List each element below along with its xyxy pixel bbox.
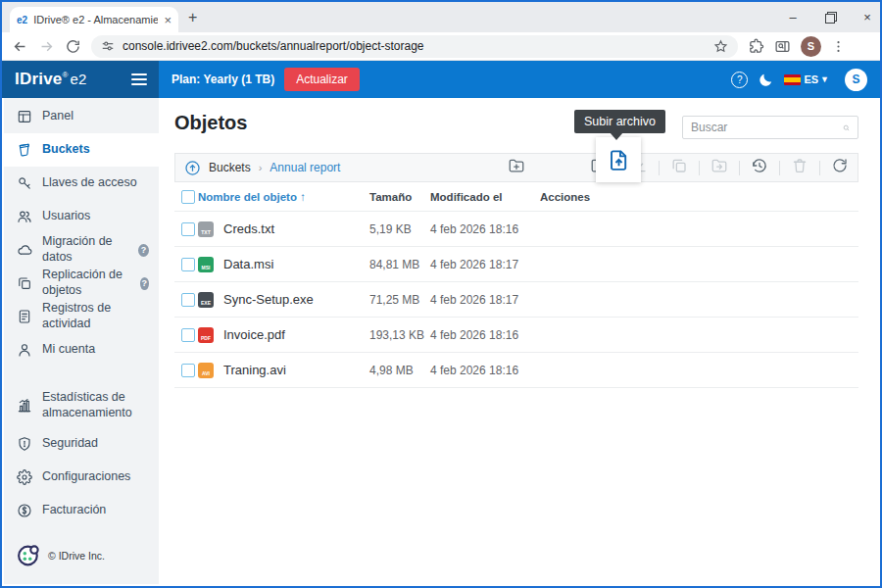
objects-table: Nombre del objeto ↑ Tamaño Modificado el…	[174, 182, 858, 388]
forward-icon[interactable]	[38, 38, 55, 55]
sidebar-item-label: Usuarios	[42, 209, 90, 224]
table-row[interactable]: MSIData.msi84,81 MB4 feb 2026 18:17	[174, 247, 858, 282]
sidebar-item-migracion-de-datos[interactable]: Migración de datos?	[4, 233, 159, 267]
sidebar-item-facturacion[interactable]: Facturación	[4, 494, 159, 527]
sidebar-item-registros-de-actividad[interactable]: Registros de actividad	[4, 300, 159, 333]
refresh-icon	[831, 157, 849, 174]
toolbar-separator	[779, 161, 780, 175]
upload-file-button[interactable]	[596, 137, 641, 182]
logs-icon	[17, 309, 32, 324]
move-button[interactable]	[710, 157, 728, 178]
restore-button[interactable]	[751, 157, 768, 178]
sidebar-item-label: Mi cuenta	[42, 342, 95, 358]
select-all-checkbox[interactable]	[181, 190, 195, 204]
table-row[interactable]: PDFInvoice.pdf193,13 KB4 feb 2026 18:16	[174, 318, 858, 353]
browser-menu-icon[interactable]	[831, 38, 846, 55]
object-modified: 4 feb 2026 18:16	[430, 222, 540, 236]
search-input[interactable]	[691, 121, 843, 134]
object-name[interactable]: Sync-Setup.exe	[223, 292, 314, 307]
search-icon	[843, 122, 850, 134]
help-badge-icon[interactable]: ?	[140, 277, 149, 290]
sidebar-item-mi-cuenta[interactable]: Mi cuenta	[4, 333, 159, 367]
row-checkbox[interactable]	[181, 364, 195, 377]
new-tab-button[interactable]: +	[188, 10, 197, 25]
sidebar-item-configuraciones[interactable]: Configuraciones	[4, 461, 159, 494]
sidebar-item-label: Replicación de objetos	[42, 268, 130, 298]
reload-icon[interactable]	[65, 38, 81, 55]
side-panel-search-icon[interactable]	[774, 38, 791, 55]
object-name[interactable]: Invoice.pdf	[223, 327, 285, 342]
file-type-icon: PDF	[198, 327, 214, 343]
object-size: 4,98 MB	[369, 364, 430, 377]
column-header-size[interactable]: Tamaño	[369, 191, 430, 203]
shield-icon	[17, 436, 32, 452]
sidebar-item-llaves-de-acceso[interactable]: Llaves de acceso	[4, 167, 159, 200]
row-checkbox[interactable]	[181, 258, 195, 271]
bucket-root-icon[interactable]	[184, 160, 201, 176]
folder-plus-icon	[508, 157, 525, 174]
sidebar-item-seguridad[interactable]: Seguridad	[4, 427, 159, 461]
breadcrumb-buckets-link[interactable]: Buckets	[209, 161, 251, 174]
breadcrumb-current-bucket[interactable]: Annual report	[270, 161, 340, 174]
create-folder-button[interactable]	[508, 157, 525, 178]
sidebar-item-estadisticas-de-almacenamiento[interactable]: Estadísticas de almacenamiento	[4, 384, 159, 427]
site-info-icon[interactable]	[101, 39, 115, 53]
copy-button[interactable]	[670, 157, 688, 178]
restore-button[interactable]	[823, 10, 837, 24]
account-avatar[interactable]: S	[845, 69, 867, 91]
row-checkbox[interactable]	[181, 222, 195, 236]
object-name[interactable]: Traning.avi	[223, 363, 286, 377]
table-header-row: Nombre del objeto ↑ Tamaño Modificado el…	[174, 182, 858, 212]
upgrade-button[interactable]: Actualizar	[284, 68, 360, 91]
copy-icon	[670, 157, 688, 174]
toolbar-separator	[699, 161, 700, 175]
refresh-button[interactable]	[831, 157, 849, 178]
column-header-name[interactable]: Nombre del objeto ↑	[198, 191, 369, 203]
sidebar-item-label: Configuraciones	[42, 469, 130, 485]
breadcrumb-toolbar: Buckets › Annual report	[174, 153, 858, 182]
object-name[interactable]: Data.msi	[223, 257, 273, 271]
sidebar-item-buckets[interactable]: Buckets	[4, 133, 159, 167]
table-row[interactable]: AVITraning.avi4,98 MB4 feb 2026 18:16	[174, 353, 858, 388]
tooltip-arrow	[610, 132, 623, 140]
search-box[interactable]	[682, 116, 858, 139]
row-checkbox[interactable]	[181, 328, 195, 342]
idrive-logo-icon	[16, 543, 41, 568]
close-button[interactable]: ×	[860, 10, 874, 24]
sidebar-item-label: Facturación	[42, 503, 106, 518]
bucket-icon	[17, 142, 32, 158]
file-type-icon: TXT	[198, 221, 214, 237]
extensions-icon[interactable]	[748, 38, 764, 55]
sidebar-item-label: Estadísticas de almacenamiento	[42, 390, 149, 420]
toolbar-separator	[739, 161, 740, 175]
bookmark-star-icon[interactable]	[713, 39, 728, 54]
dashboard-icon	[17, 109, 32, 124]
account-icon	[17, 342, 32, 358]
delete-button[interactable]	[791, 157, 808, 178]
browser-tab[interactable]: e2 IDrive® e2 - Almacenamiento ... ×	[10, 7, 178, 32]
object-name[interactable]: Creds.txt	[223, 221, 274, 236]
object-modified: 4 feb 2026 18:16	[430, 364, 540, 377]
sidebar-item-usuarios[interactable]: Usuarios	[4, 200, 159, 233]
breadcrumb-separator: ›	[259, 162, 263, 173]
tab-close-icon[interactable]: ×	[164, 14, 172, 26]
browser-window: e2 IDrive® e2 - Almacenamiento ... × + –…	[0, 0, 882, 588]
dark-mode-moon-icon[interactable]	[758, 72, 774, 88]
column-header-modified[interactable]: Modificado el	[430, 191, 540, 203]
table-row[interactable]: TXTCreds.txt5,19 KB4 feb 2026 18:16	[174, 212, 858, 247]
sidebar-item-panel[interactable]: Panel	[4, 100, 159, 133]
browser-profile-avatar[interactable]: S	[801, 36, 821, 57]
menu-hamburger-icon[interactable]	[131, 74, 147, 85]
help-icon[interactable]: ?	[731, 72, 748, 88]
table-row[interactable]: EXESync-Setup.exe71,25 MB4 feb 2026 18:1…	[174, 282, 858, 318]
address-bar[interactable]: console.idrivee2.com/buckets/annualrepor…	[91, 35, 738, 58]
sidebar-item-label: Llaves de acceso	[42, 175, 137, 191]
back-icon[interactable]	[12, 38, 28, 55]
help-badge-icon[interactable]: ?	[138, 244, 149, 257]
minimize-button[interactable]: –	[786, 10, 800, 24]
key-icon	[17, 175, 32, 191]
spain-flag-icon	[784, 74, 801, 85]
language-selector[interactable]: ES ▼	[784, 74, 829, 85]
row-checkbox[interactable]	[181, 293, 195, 307]
sidebar-item-replicacion-de-objetos[interactable]: Replicación de objetos?	[4, 267, 159, 300]
